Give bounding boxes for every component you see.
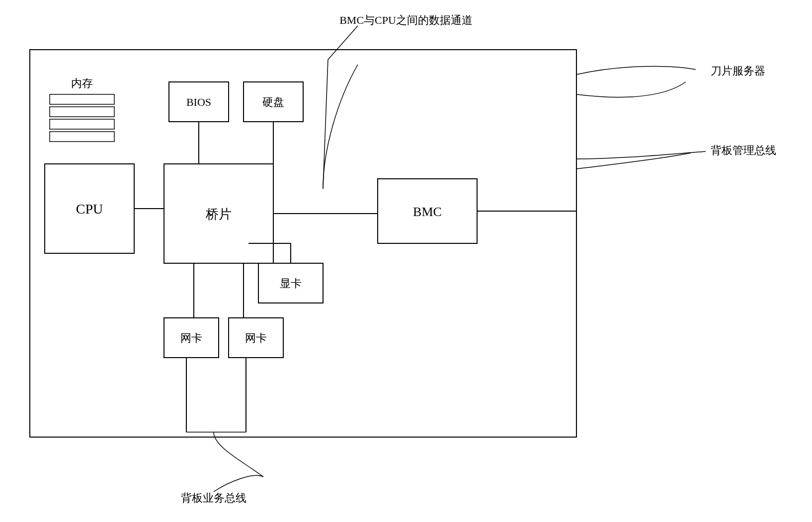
- data-channel-label: BMC与CPU之间的数据通道: [339, 14, 473, 26]
- svg-rect-3: [50, 119, 114, 129]
- backplane-mgmt-label: 背板管理总线: [711, 144, 776, 156]
- backplane-service-label: 背板业务总线: [181, 492, 246, 504]
- memory-label: 内存: [71, 77, 93, 89]
- bios-label: BIOS: [186, 96, 211, 108]
- svg-rect-1: [50, 94, 114, 104]
- svg-rect-2: [50, 107, 114, 117]
- harddisk-label: 硬盘: [262, 96, 284, 108]
- svg-rect-4: [50, 132, 114, 142]
- nic1-label: 网卡: [180, 332, 202, 344]
- nic2-label: 网卡: [245, 332, 267, 344]
- bridge-label: 桥片: [205, 207, 232, 222]
- gpu-label: 显卡: [280, 277, 302, 290]
- bmc-label: BMC: [413, 205, 442, 219]
- blade-server-label: 刀片服务器: [711, 65, 765, 77]
- diagram: 内存 CPU BIOS 硬盘 桥片 BMC 显卡 网卡 网卡: [0, 0, 812, 522]
- cpu-label: CPU: [76, 201, 103, 217]
